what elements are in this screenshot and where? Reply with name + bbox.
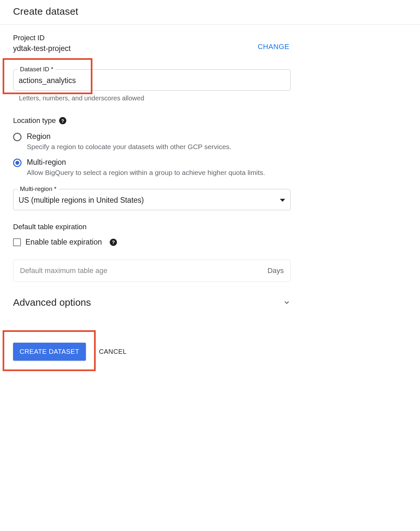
max-table-age-suffix: Days [267,266,284,275]
radio-region[interactable] [13,133,22,141]
advanced-options-toggle[interactable]: Advanced options [13,297,291,308]
page-title: Create dataset [0,0,420,25]
multi-region-value: US (multiple regions in United States) [19,196,144,205]
help-icon[interactable]: ? [110,239,117,246]
multi-region-label: Multi-region * [18,185,58,193]
radio-multi-region-desc: Allow BigQuery to select a region within… [27,169,265,177]
radio-multi-region-label: Multi-region [27,158,265,167]
help-icon[interactable]: ? [59,117,66,124]
project-id-value: ydtak-test-project [13,44,71,53]
radio-multi-region[interactable] [13,159,22,167]
dataset-id-helper: Letters, numbers, and underscores allowe… [19,94,291,102]
enable-expiration-label: Enable table expiration [25,238,102,247]
expiration-heading: Default table expiration [13,223,87,231]
location-type-heading: Location type [13,116,56,125]
change-project-button[interactable]: CHANGE [256,41,291,53]
cancel-button[interactable]: CANCEL [98,343,128,361]
dataset-id-label: Dataset ID * [18,66,55,73]
radio-region-label: Region [27,132,231,141]
project-id-label: Project ID [13,34,71,42]
dataset-id-input[interactable] [19,76,285,85]
multi-region-select[interactable]: Multi-region * US (multiple regions in U… [13,189,291,210]
max-table-age-placeholder: Default maximum table age [20,266,107,275]
enable-expiration-checkbox[interactable] [13,238,21,246]
advanced-options-label: Advanced options [13,297,91,308]
chevron-down-icon [283,299,291,306]
caret-down-icon [280,199,285,202]
radio-region-desc: Specify a region to colocate your datase… [27,143,231,151]
create-dataset-button[interactable]: CREATE DATASET [13,343,86,361]
max-table-age-field: Default maximum table age Days [13,260,291,282]
